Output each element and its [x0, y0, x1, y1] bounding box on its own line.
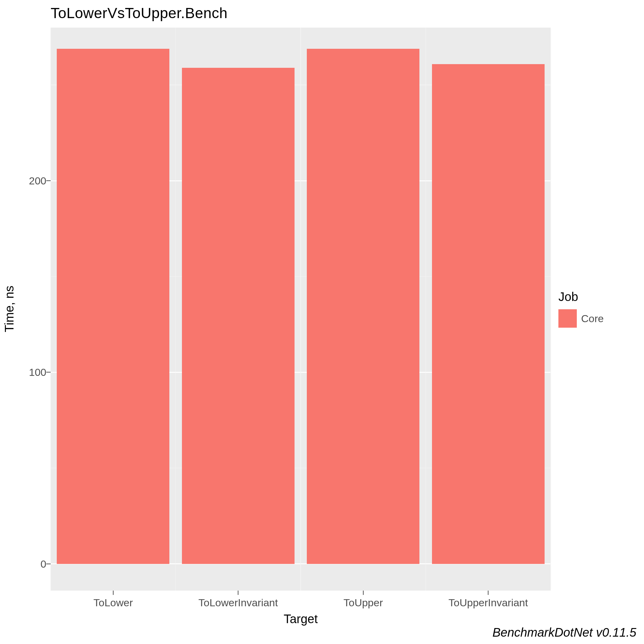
x-tick [363, 591, 364, 595]
x-tick-label: ToLower [93, 597, 133, 609]
bar [57, 49, 169, 564]
x-axis-title: Target [283, 612, 318, 626]
x-tick [113, 591, 114, 595]
y-tick [46, 372, 51, 372]
bar [432, 64, 545, 564]
gridline-vertical [175, 28, 176, 591]
gridline-vertical [50, 28, 51, 591]
legend-swatch [558, 309, 577, 328]
x-tick-label: ToLowerInvariant [199, 597, 278, 609]
x-tick-label: ToUpper [343, 597, 383, 609]
gridline-vertical [550, 28, 551, 591]
gridline-vertical [426, 28, 426, 591]
legend-item: Core [558, 309, 604, 328]
bar [182, 68, 295, 564]
y-tick [46, 180, 51, 181]
y-tick [46, 564, 51, 564]
y-tick-label: 200 [10, 175, 46, 187]
x-tick [488, 591, 488, 595]
x-tick [238, 591, 238, 595]
credit-text: BenchmarkDotNet v0.11.5 [492, 626, 636, 639]
y-tick-label: 100 [10, 366, 46, 378]
legend: Job Core [558, 290, 604, 328]
chart-frame: ToLowerVsToUpper.Bench Time, ns Target J… [0, 0, 644, 644]
gridline-vertical [300, 28, 301, 591]
chart-title: ToLowerVsToUpper.Bench [51, 5, 228, 21]
bar [307, 49, 419, 564]
y-tick-label: 0 [10, 558, 46, 570]
plot-area [51, 28, 551, 591]
legend-title: Job [558, 290, 604, 304]
x-tick-label: ToUpperInvariant [449, 597, 528, 609]
legend-label: Core [581, 313, 604, 325]
y-axis-title: Time, ns [2, 286, 16, 332]
